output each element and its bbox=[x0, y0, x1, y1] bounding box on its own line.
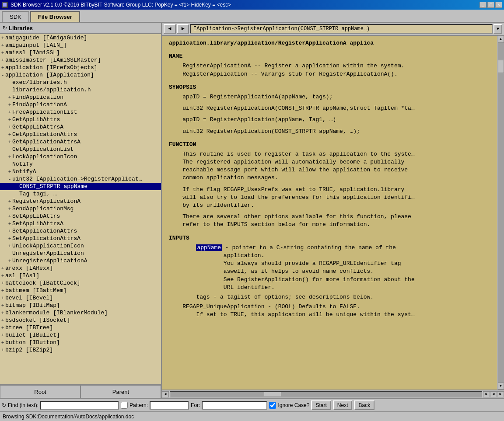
tab-sdk[interactable]: SDK bbox=[2, 11, 29, 22]
tree-item[interactable]: Tag tag1, … bbox=[0, 190, 161, 198]
tree-item[interactable]: + UnlockApplicationIcon bbox=[0, 242, 161, 250]
tree-expand-icon: + bbox=[0, 310, 5, 316]
tree-item[interactable]: Notify bbox=[0, 160, 161, 168]
tree-item[interactable]: + bullet [IBullet] bbox=[0, 331, 161, 339]
find-input[interactable] bbox=[40, 401, 119, 410]
tree-item[interactable]: + button [IButton] bbox=[0, 339, 161, 346]
scroll-thumb[interactable] bbox=[498, 60, 504, 73]
tree-item[interactable]: GetApplicationList bbox=[0, 146, 161, 153]
tree-item[interactable]: + LockApplicationIcon bbox=[0, 153, 161, 160]
tree-item-label: SetAppLibAttrsA bbox=[12, 220, 63, 227]
minimize-button[interactable]: _ bbox=[480, 2, 486, 8]
tree-item-label: battclock [IBattClock] bbox=[5, 280, 80, 286]
tree-item[interactable]: + SetApplicationAttrs bbox=[0, 227, 161, 235]
tree-item[interactable]: + amisslmaster [IAmiSSLMaster] bbox=[0, 56, 161, 64]
tree-item-label: bzip2 [IBZip2] bbox=[5, 347, 53, 353]
tree-item[interactable]: + GetAppLibAttrs bbox=[0, 116, 161, 123]
tree-item[interactable]: + bsdsocket [ISocket] bbox=[0, 317, 161, 324]
tree-item[interactable]: + asl [IAsl] bbox=[0, 272, 161, 279]
tree-item[interactable]: + application [IPrefsObjects] bbox=[0, 64, 161, 71]
h-scroll-track[interactable] bbox=[170, 391, 482, 397]
tree-item-label: SetApplicationAttrsA bbox=[12, 235, 80, 242]
tree-item-label: Notify bbox=[12, 161, 33, 167]
tree-item[interactable]: + amissl [IAmiSSL] bbox=[0, 49, 161, 56]
tree-item[interactable]: + GetApplicationAttrsA bbox=[0, 138, 161, 146]
back-find-button[interactable]: Back bbox=[354, 400, 374, 410]
forward-button[interactable]: ► bbox=[177, 24, 189, 34]
tree-item-label: amisslmaster [IAmiSSLMaster] bbox=[5, 57, 101, 63]
refresh-icon[interactable]: ↻ bbox=[3, 25, 7, 31]
tree-item-label: GetApplicationAttrs bbox=[12, 131, 77, 138]
scroll-up-button[interactable]: ▲ bbox=[498, 36, 504, 43]
tree-item[interactable]: + amigainput [IAIN_] bbox=[0, 42, 161, 49]
tree-item[interactable]: + SendApplicationMsg bbox=[0, 205, 161, 212]
tree-item[interactable]: + bevel [IBevel] bbox=[0, 294, 161, 302]
tree-item-label: RegisterApplicationA bbox=[12, 198, 80, 205]
tree-item[interactable]: + GetAppLibAttrsA bbox=[0, 123, 161, 131]
tree-item[interactable]: + blankermodule [IBlankerModule] bbox=[0, 309, 161, 317]
next-button[interactable]: Next bbox=[333, 400, 353, 410]
close-button[interactable]: × bbox=[495, 2, 502, 8]
scroll-left-button[interactable]: ◄ bbox=[162, 391, 169, 397]
tree-item[interactable]: + SetAppLibAttrsA bbox=[0, 220, 161, 227]
tree-item[interactable]: - uint32 IApplication->RegisterApplicat… bbox=[0, 175, 161, 183]
root-button[interactable]: Root bbox=[0, 385, 80, 398]
nav-dropdown[interactable]: ▼ bbox=[494, 24, 502, 34]
parent-button[interactable]: Parent bbox=[80, 385, 161, 398]
tree-item[interactable]: + btree [IBTree] bbox=[0, 324, 161, 331]
content-para: appID = RegisterApplicationA(appName, ta… bbox=[169, 93, 490, 101]
scroll-track[interactable] bbox=[498, 43, 504, 383]
tree-expand-icon: + bbox=[0, 296, 5, 301]
tree-item[interactable]: - application [IApplication] bbox=[0, 71, 161, 79]
nav-title: IApplication->RegisterApplication(CONST_… bbox=[190, 24, 493, 34]
tree-expand-icon: + bbox=[0, 348, 5, 353]
tree-item[interactable]: + battclock [IBattClock] bbox=[0, 279, 161, 287]
maximize-button[interactable]: □ bbox=[487, 2, 494, 8]
title-bar: SDK Browser v2.1.0.0 ©2016 BITbyBIT Soft… bbox=[0, 0, 504, 10]
tree-item-label: FindApplicationA bbox=[12, 101, 67, 108]
for-input[interactable] bbox=[202, 401, 267, 410]
content-area[interactable]: application.library/application/Register… bbox=[162, 36, 497, 390]
tree-item[interactable]: CONST_STRPTR appName bbox=[0, 183, 161, 190]
scroll-right-end-button[interactable]: ◄ bbox=[490, 391, 497, 397]
tree-item-label: bevel [IBevel] bbox=[5, 295, 53, 301]
tree-item[interactable]: UnregisterApplication bbox=[0, 250, 161, 257]
pattern-input[interactable] bbox=[150, 401, 189, 410]
tree-item[interactable]: + FreeApplicationList bbox=[0, 108, 161, 116]
content-para: uint32 RegisterApplicationA(CONST_STRPTR… bbox=[169, 104, 490, 112]
left-buttons: Root Parent bbox=[0, 384, 161, 398]
tree-container[interactable]: + amigaguide [IAmigaGuide]+ amigainput [… bbox=[0, 34, 161, 384]
find-checkbox[interactable] bbox=[121, 402, 128, 409]
tree-item[interactable]: + GetApplicationAttrs bbox=[0, 131, 161, 138]
start-button[interactable]: Start bbox=[311, 400, 331, 410]
tree-item[interactable]: + bzip2 [IBZip2] bbox=[0, 346, 161, 354]
tree-expand-icon bbox=[7, 251, 12, 256]
tree-item-label: NotifyA bbox=[12, 168, 36, 175]
tree-item[interactable]: + SetApplicationAttrsA bbox=[0, 235, 161, 242]
tree-item[interactable]: + NotifyA bbox=[0, 168, 161, 175]
main-content: ↻ Libraries + amigaguide [IAmigaGuide]+ … bbox=[0, 23, 504, 398]
tree-expand-icon: + bbox=[0, 340, 5, 345]
tree-item[interactable]: + arexx [IARexx] bbox=[0, 264, 161, 272]
tree-item[interactable]: libraries/application.h bbox=[0, 86, 161, 94]
scroll-down-button[interactable]: ▼ bbox=[498, 383, 504, 390]
tree-item[interactable]: + amigaguide [IAmigaGuide] bbox=[0, 34, 161, 42]
back-button[interactable]: ◄ bbox=[164, 24, 176, 34]
tree-item[interactable]: + battmem [IBattMem] bbox=[0, 287, 161, 294]
tab-file-browser[interactable]: File Browser bbox=[30, 11, 80, 22]
scroll-right-far-button[interactable]: ► bbox=[497, 391, 504, 397]
ignore-case-checkbox[interactable] bbox=[269, 402, 276, 409]
tree-expand-icon: + bbox=[7, 206, 12, 212]
tree-item[interactable]: + FindApplication bbox=[0, 94, 161, 101]
tree-item[interactable]: + RegisterApplicationA bbox=[0, 198, 161, 205]
tree-expand-icon bbox=[7, 162, 12, 167]
tree-expand-icon: + bbox=[7, 132, 12, 137]
tree-item[interactable]: exec/libraries.h bbox=[0, 79, 161, 86]
tree-item[interactable]: + SetAppLibAttrs bbox=[0, 212, 161, 220]
tree-item[interactable]: + UnregisterApplicationA bbox=[0, 257, 161, 264]
tree-item[interactable]: + bitmap [IBitMap] bbox=[0, 302, 161, 309]
scroll-right-button[interactable]: ► bbox=[483, 391, 490, 397]
status-bar: Browsing SDK:Documentation/AutoDocs/appl… bbox=[0, 411, 504, 421]
h-scroll-thumb[interactable] bbox=[264, 392, 281, 397]
tree-item[interactable]: + FindApplicationA bbox=[0, 101, 161, 108]
